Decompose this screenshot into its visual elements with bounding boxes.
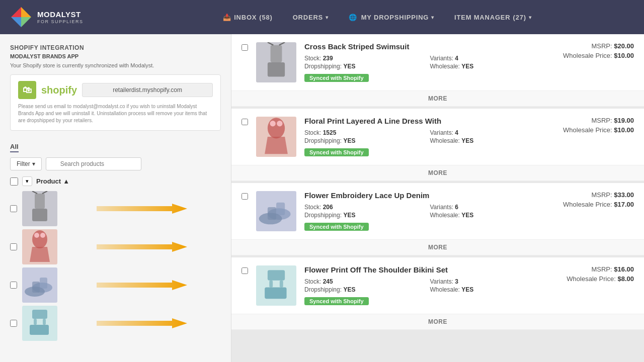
svg-point-32	[270, 121, 275, 126]
product-name-3: Flower Embroidery Lace Up Denim	[304, 191, 545, 200]
orders-chevron-icon: ▾	[326, 15, 329, 20]
wholesale-price-row-3: Wholesale Price: $17.00	[553, 201, 634, 208]
product-image-2	[256, 117, 296, 157]
stock-value-1: 239	[323, 55, 333, 62]
logo-main: MODALYST	[37, 10, 84, 19]
sort-dropdown-icon: ▾	[26, 178, 29, 185]
modalyst-brands-app-label: MODALYST BRANDS APP	[10, 53, 221, 59]
wholesale-label-2: Wholesale: YES	[430, 137, 546, 144]
product-checkbox-3[interactable]	[10, 282, 17, 289]
nav-item-manager[interactable]: ITEM MANAGER (27) ▾	[454, 14, 532, 21]
shopify-wordmark: shopify	[41, 84, 77, 96]
variants-value-3: 6	[455, 204, 458, 211]
svg-line-29	[279, 42, 285, 45]
nav-dropshipping-label: MY DROPSHIPPING	[361, 14, 429, 21]
variants-value-2: 4	[455, 129, 458, 136]
svg-line-8	[32, 191, 37, 194]
sort-dropdown-button[interactable]: ▾	[22, 176, 32, 186]
header: MODALYST FOR SUPPLIERS 📥 INBOX (58) ORDE…	[0, 0, 644, 34]
sidebar-arrow-1	[62, 201, 221, 216]
dress-image-icon	[259, 117, 294, 157]
msrp-value-2: $19.00	[614, 117, 634, 124]
dropshipping-value-1: YES	[343, 63, 355, 70]
shopify-notice-text: Please send us email to modalyst@modalys…	[18, 103, 213, 124]
product-meta-4: Stock: 245 Variants: 3 Dropshipping: YES…	[304, 278, 545, 293]
product-name-2: Floral Print Layered A Line Dress With	[304, 117, 545, 125]
product-select-4[interactable]	[242, 267, 248, 274]
shopify-url-input[interactable]	[82, 83, 213, 97]
product-info-2: Floral Print Layered A Line Dress With S…	[304, 117, 545, 156]
search-input[interactable]	[46, 157, 141, 170]
product-thumb-2	[22, 229, 57, 264]
product-column-label: Product ▲	[36, 177, 69, 185]
list-item	[10, 267, 221, 303]
svg-marker-4	[11, 17, 21, 27]
product-sort-icon: ▲	[63, 177, 69, 185]
shopify-logo-row: 🛍 shopify	[18, 81, 213, 99]
variants-label-2: Variants: 4	[430, 129, 546, 136]
variants-label-3: Variants: 6	[430, 204, 546, 211]
msrp-row-4: MSRP: $16.00	[553, 265, 634, 273]
more-button-4[interactable]: MORE	[231, 314, 644, 329]
nav-inbox[interactable]: 📥 INBOX (58)	[223, 14, 272, 21]
shopify-bag-icon: 🛍	[18, 81, 36, 99]
product-thumb-3	[22, 267, 57, 303]
wholesale-price-row-2: Wholesale Price: $10.00	[553, 126, 634, 134]
product-select-3[interactable]	[242, 193, 248, 200]
product-card-main-1: Cross Back Striped Swimsuit Stock: 239 V…	[231, 34, 644, 90]
wholesale-label-4: Wholesale: YES	[430, 286, 546, 293]
synced-badge-3: Synced with Shopify	[304, 223, 369, 231]
search-wrapper: 🔍	[46, 157, 221, 170]
synced-badge-4: Synced with Shopify	[304, 297, 369, 305]
product-select-2[interactable]	[242, 119, 248, 125]
variants-label-1: Variants: 4	[430, 55, 546, 62]
nav-dropshipping[interactable]: 🌐 MY DROPSHIPPING ▾	[349, 14, 434, 21]
item-manager-badge: (27)	[513, 14, 526, 21]
more-button-1[interactable]: MORE	[231, 90, 644, 106]
shopify-integration-title: SHOPIFY INTEGRATION	[10, 44, 221, 51]
dropshipping-label-3: Dropshipping: YES	[304, 212, 420, 219]
msrp-value-1: $20.00	[614, 42, 634, 50]
product-select-1[interactable]	[242, 44, 248, 51]
wholesale-price-row-1: Wholesale Price: $10.00	[553, 52, 634, 59]
svg-rect-23	[34, 319, 37, 325]
more-button-2[interactable]: MORE	[231, 165, 644, 180]
logo-area: MODALYST FOR SUPPLIERS	[10, 6, 121, 28]
dropshipping-value-2: YES	[343, 137, 355, 144]
stock-value-3: 206	[323, 204, 333, 211]
more-button-3[interactable]: MORE	[231, 239, 644, 255]
logo-sub: FOR SUPPLIERS	[37, 19, 84, 24]
swimsuit-thumb-icon	[25, 191, 55, 226]
dress-thumb-icon	[25, 229, 55, 264]
product-checkbox-4[interactable]	[10, 320, 17, 327]
svg-rect-27	[268, 62, 285, 77]
nav-orders[interactable]: ORDERS ▾	[293, 14, 329, 21]
svg-marker-3	[21, 7, 31, 17]
filter-button[interactable]: Filter ▾	[10, 157, 42, 170]
product-checkbox-2[interactable]	[10, 243, 17, 250]
swimsuit-image-icon	[259, 42, 294, 82]
sidebar-product-list	[10, 191, 221, 341]
dropshipping-value-4: YES	[343, 286, 355, 293]
wholesale-price-value-4: $8.00	[617, 275, 634, 283]
product-meta-1: Stock: 239 Variants: 4 Dropshipping: YES…	[304, 55, 545, 70]
logo-text-block: MODALYST FOR SUPPLIERS	[37, 10, 84, 24]
product-image-1	[256, 42, 296, 82]
stock-label-2: Stock: 1525	[304, 129, 420, 136]
wholesale-value-1: YES	[461, 63, 473, 70]
svg-marker-31	[265, 137, 288, 154]
select-all-checkbox[interactable]	[10, 177, 18, 186]
logo-icon	[10, 6, 32, 28]
list-item	[10, 191, 221, 226]
nav-item-manager-label: ITEM MANAGER	[454, 14, 510, 21]
svg-line-28	[268, 42, 273, 45]
msrp-row-1: MSRP: $20.00	[553, 42, 634, 50]
product-header-row: ▾ Product ▲	[10, 176, 221, 186]
wholesale-price-value-2: $10.00	[614, 126, 634, 134]
product-price-4: MSRP: $16.00 Wholesale Price: $8.00	[553, 265, 634, 285]
svg-rect-24	[43, 319, 46, 325]
product-name-1: Cross Back Striped Swimsuit	[304, 42, 545, 51]
product-checkbox-1[interactable]	[10, 205, 17, 212]
list-item	[10, 229, 221, 264]
inbox-icon: 📥	[223, 14, 231, 21]
